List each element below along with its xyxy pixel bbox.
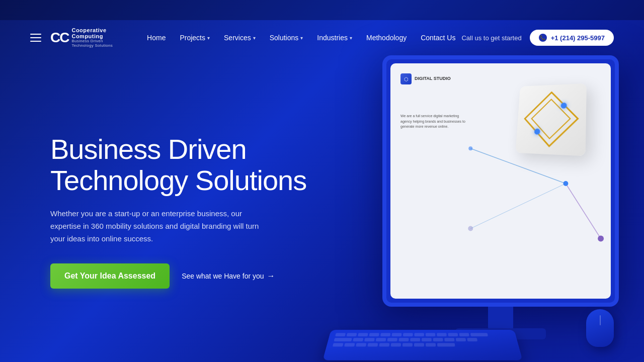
- nav-item-methodology[interactable]: Methodology: [360, 31, 413, 45]
- nav-item-contact[interactable]: Contact Us: [415, 31, 461, 45]
- svg-line-2: [470, 184, 566, 229]
- brand-tagline: Business Driven Technology Solutions: [71, 39, 121, 48]
- screen-body-text: We are a full service digital marketing …: [400, 114, 466, 130]
- phone-number: +1 (214) 295-5997: [551, 34, 605, 42]
- hero-content: Business Driven Technology Solutions Whe…: [50, 134, 322, 288]
- brand-name: CooperativeComputing: [71, 27, 121, 39]
- hero-title: Business Driven Technology Solutions: [50, 134, 322, 196]
- svg-line-1: [566, 184, 601, 238]
- chevron-down-icon: ▾: [207, 35, 210, 41]
- mouse-illustration: [586, 309, 614, 347]
- svg-point-4: [468, 146, 472, 150]
- phone-button[interactable]: 📞 +1 (214) 295-5997: [530, 30, 614, 46]
- chevron-down-icon: ▾: [253, 35, 256, 41]
- see-what-we-have-button[interactable]: See what we Have for you →: [182, 272, 275, 281]
- phone-icon: 📞: [539, 34, 547, 42]
- arrow-icon: →: [267, 272, 275, 281]
- hero-description: Whether you are a start-up or an enterpr…: [50, 208, 262, 245]
- logo-cc-letters: CC: [50, 30, 68, 46]
- hamburger-button[interactable]: [30, 34, 41, 42]
- chevron-down-icon: ▾: [300, 35, 303, 41]
- hero-section: Business Driven Technology Solutions Whe…: [0, 55, 644, 362]
- hero-actions: Get Your Idea Assessed See what we Have …: [50, 263, 322, 289]
- nav-cta-text: Call us to get started: [461, 34, 521, 42]
- monitor-neck: [488, 307, 513, 329]
- navbar: CC CooperativeComputing Business Driven …: [0, 20, 644, 55]
- monitor-illustration: ⬡ DIGITAL STUDIO: [367, 55, 634, 362]
- svg-point-5: [598, 236, 604, 242]
- chevron-down-icon: ▾: [350, 35, 352, 41]
- cube-3d-illustration: [515, 83, 596, 164]
- nav-item-home[interactable]: Home: [141, 31, 172, 45]
- logo[interactable]: CC CooperativeComputing Business Driven …: [50, 27, 121, 48]
- keyboard-illustration: [323, 330, 522, 360]
- nav-item-projects[interactable]: Projects ▾: [174, 31, 216, 45]
- monitor-body: ⬡ DIGITAL STUDIO: [382, 55, 619, 307]
- nav-item-services[interactable]: Services ▾: [218, 31, 262, 45]
- nav-item-solutions[interactable]: Solutions ▾: [264, 31, 309, 45]
- nav-links: Home Projects ▾ Services ▾ Solutions ▾ I…: [141, 31, 461, 45]
- hero-visual: ⬡ DIGITAL STUDIO: [322, 60, 614, 362]
- screen-content: ⬡ DIGITAL STUDIO: [390, 63, 611, 299]
- svg-point-3: [563, 181, 568, 186]
- svg-point-6: [468, 226, 473, 231]
- topbar: [0, 0, 644, 20]
- get-idea-assessed-button[interactable]: Get Your Idea Assessed: [50, 263, 170, 289]
- monitor-screen: ⬡ DIGITAL STUDIO: [390, 63, 611, 299]
- nav-item-industries[interactable]: Industries ▾: [311, 31, 358, 45]
